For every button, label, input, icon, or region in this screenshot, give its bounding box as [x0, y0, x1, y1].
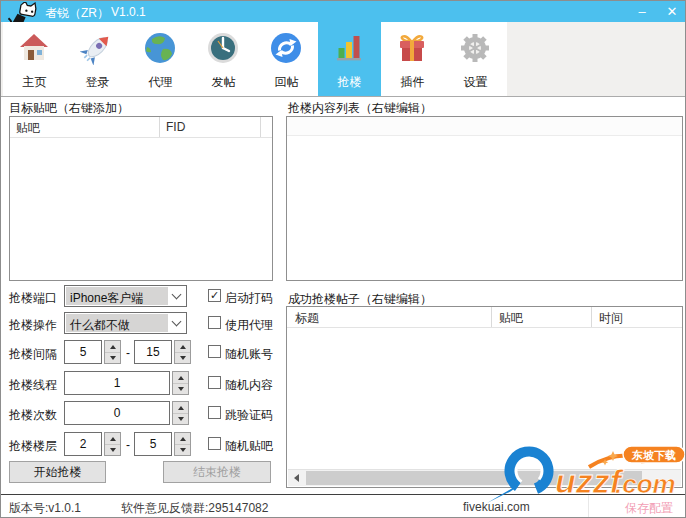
tab-create-post[interactable]: 发帖 [192, 22, 255, 96]
globe-icon [143, 31, 177, 65]
gear-icon [458, 31, 492, 65]
refresh-icon [269, 31, 303, 65]
spin-down-button[interactable] [105, 444, 120, 455]
app-window: 者锐（ZR） V1.0.1 – ✕ 主页 [0, 0, 686, 518]
times-label: 抢楼次数 [9, 407, 57, 424]
home-icon [17, 31, 51, 65]
checkbox-random-tieba-label: 随机贴吧 [225, 438, 273, 455]
checkbox-captcha-ocr[interactable]: ✓ [208, 289, 221, 302]
clock-icon [206, 31, 240, 65]
column-header-time[interactable]: 时间 [599, 310, 623, 327]
tab-home-label: 主页 [3, 74, 66, 91]
start-grab-button[interactable]: 开始抢楼 [9, 461, 106, 483]
action-combobox[interactable]: 什么都不做 [64, 312, 187, 334]
checkbox-random-account-label: 随机账号 [225, 346, 273, 363]
barchart-icon [332, 31, 366, 65]
tab-grab-floor[interactable]: 抢楼 [318, 22, 381, 96]
checkbox-random-tieba[interactable] [208, 437, 221, 450]
range-separator: - [126, 346, 130, 360]
scroll-left-arrow[interactable] [288, 470, 304, 486]
tab-settings-label: 设置 [444, 74, 507, 91]
interval-from-spinner [104, 340, 121, 364]
column-header-tieba[interactable]: 贴吧 [16, 120, 40, 137]
target-tieba-table[interactable]: 贴吧 FID [9, 116, 273, 281]
times-spinner [172, 401, 189, 425]
tab-home[interactable]: 主页 [3, 22, 66, 96]
action-label: 抢楼操作 [9, 317, 57, 334]
grab-content-list-header [287, 117, 682, 136]
rocket-icon [80, 31, 114, 65]
tab-plugins[interactable]: 插件 [381, 22, 444, 96]
port-combobox[interactable]: iPhone客户端 [64, 285, 187, 307]
floors-label: 抢楼楼层 [9, 438, 57, 455]
tab-proxy[interactable]: 代理 [129, 22, 192, 96]
check-icon: ✓ [209, 290, 220, 301]
spin-down-button[interactable] [173, 413, 188, 424]
title-bar: 者锐（ZR） V1.0.1 – ✕ [1, 1, 686, 22]
window-title: 者锐（ZR） [45, 5, 109, 22]
stop-grab-button[interactable]: 结束抢楼 [163, 461, 271, 483]
status-feedback-group: 软件意见反馈群:295147082 [121, 500, 268, 517]
checkbox-skip-captcha-label: 跳验证码 [225, 407, 273, 424]
success-table-header: 标题 贴吧 时间 [287, 307, 682, 328]
chevron-down-icon [172, 290, 182, 300]
spin-down-button[interactable] [105, 352, 120, 363]
column-divider[interactable] [491, 307, 492, 327]
interval-to-spinner [174, 340, 191, 364]
port-combobox-dropdown-button[interactable] [169, 287, 185, 305]
spin-down-button[interactable] [173, 383, 188, 394]
brand-tld: .com [615, 469, 676, 499]
tab-create-post-label: 发帖 [192, 74, 255, 91]
action-combobox-value: 什么都不做 [66, 314, 168, 332]
column-divider[interactable] [260, 117, 261, 137]
checkbox-random-account[interactable] [208, 345, 221, 358]
column-header-fid[interactable]: FID [166, 120, 185, 134]
toolbar: 主页 登录 代理 [1, 22, 686, 97]
threads-label: 抢楼线程 [9, 377, 57, 394]
spin-down-button[interactable] [175, 352, 190, 363]
column-header-title[interactable]: 标题 [295, 310, 319, 327]
port-label: 抢楼端口 [9, 290, 57, 307]
floors-to-input[interactable]: 5 [134, 432, 172, 456]
floors-to-spinner [174, 432, 191, 456]
interval-from-input[interactable]: 5 [64, 340, 102, 364]
interval-to-input[interactable]: 15 [134, 340, 172, 364]
swoosh-icon [487, 445, 555, 503]
grab-content-list[interactable] [286, 116, 683, 281]
close-button[interactable]: ✕ [661, 4, 683, 19]
checkbox-captcha-ocr-label: 启动打码 [225, 290, 273, 307]
range-separator: - [126, 438, 130, 452]
status-version: 版本号:v1.0.1 [9, 500, 81, 517]
tab-grab-floor-label: 抢楼 [318, 74, 381, 91]
chevron-down-icon [172, 317, 182, 327]
uzzf-watermark-logo: uzzf .com 东坡下载 [477, 445, 686, 507]
target-panel-label: 目标贴吧（右键添加） [9, 100, 129, 117]
checkbox-use-proxy-label: 使用代理 [225, 317, 273, 334]
times-input[interactable]: 0 [64, 401, 170, 425]
target-table-header: 贴吧 FID [10, 117, 272, 138]
window-version: V1.0.1 [111, 5, 146, 19]
port-combobox-value: iPhone客户端 [66, 287, 168, 305]
column-header-tieba[interactable]: 贴吧 [499, 310, 523, 327]
column-divider[interactable] [159, 117, 160, 137]
tab-reply[interactable]: 回帖 [255, 22, 318, 96]
tab-post-label: 代理 [129, 74, 192, 91]
checkbox-skip-captcha[interactable] [208, 406, 221, 419]
minimize-button[interactable]: – [631, 4, 653, 19]
tab-login[interactable]: 登录 [66, 22, 129, 96]
checkbox-use-proxy[interactable] [208, 316, 221, 329]
floors-from-input[interactable]: 2 [64, 432, 102, 456]
tab-plugins-label: 插件 [381, 74, 444, 91]
checkbox-random-content[interactable] [208, 376, 221, 389]
gift-icon [395, 31, 429, 65]
threads-input[interactable]: 1 [64, 371, 170, 395]
floors-from-spinner [104, 432, 121, 456]
content-panel-label: 抢楼内容列表（右键编辑） [288, 100, 432, 117]
action-combobox-dropdown-button[interactable] [169, 314, 185, 332]
threads-spinner [172, 371, 189, 395]
column-divider[interactable] [591, 307, 592, 327]
tab-settings[interactable]: 设置 [444, 22, 507, 96]
spin-down-button[interactable] [175, 444, 190, 455]
tab-login-label: 登录 [66, 74, 129, 91]
interval-label: 抢楼间隔 [9, 346, 57, 363]
